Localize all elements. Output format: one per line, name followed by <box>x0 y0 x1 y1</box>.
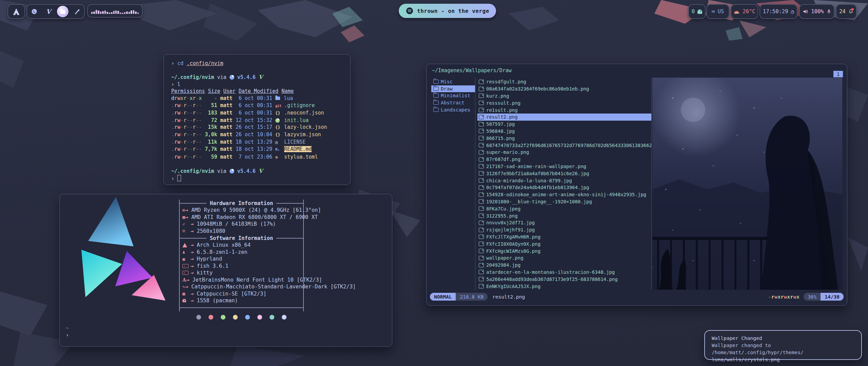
notifications-widget[interactable]: 24 <box>836 4 857 19</box>
vim-icon: V <box>46 8 51 15</box>
file-list-item[interactable]: 587597.jpg <box>477 121 651 128</box>
active-app-highlight <box>57 6 68 17</box>
app-launcher-button[interactable] <box>7 4 25 19</box>
file-list-item[interactable]: kurz.png <box>477 93 651 100</box>
file-list-item[interactable]: 154928-odinokoe_anime-art-anime-okno-sin… <box>477 191 651 198</box>
gpu-icon: ▦ <box>182 215 185 220</box>
file-list-item[interactable]: FXfcHgcWIAMzs0G.png <box>477 247 651 255</box>
file-list-item[interactable]: ressdfgult.png <box>477 78 651 85</box>
file-list-item[interactable]: 3122955.png <box>477 212 651 219</box>
weather-widget[interactable]: 26°C <box>731 4 758 19</box>
music-player-widget[interactable]: thrown - on the verge <box>399 4 496 18</box>
file-list-item[interactable]: 3126f7e9bbf21a8a4af0b67b041c6e26.jpg <box>477 170 651 177</box>
sidebar-item-draw[interactable]: Draw <box>431 85 475 93</box>
ls-header-row: Permissions Size User Date Modified Name <box>171 88 350 95</box>
image-file-icon <box>479 221 484 225</box>
file-list-item[interactable]: FXfcJlTXgAMvH6R.png <box>477 233 651 241</box>
folder-open-icon <box>433 87 439 91</box>
file-name: lazy-lock.json <box>284 124 327 130</box>
command-arg: .config/nvim <box>186 60 223 66</box>
lua-icon <box>230 169 234 174</box>
file-list-item[interactable]: 0c794faf07de24a4db4d4fb1eb813964.jpg <box>477 184 651 191</box>
sidebar-item-minimalist[interactable]: Minimalist <box>431 92 475 99</box>
now-playing-title: thrown - on the verge <box>417 8 489 14</box>
image-file-icon <box>479 122 484 126</box>
file-list-item[interactable]: FXfcII0X0AQyn9X.png <box>477 240 651 247</box>
clock-widget[interactable]: 17:50:29 ◷ <box>760 4 797 19</box>
dock-paint-button[interactable] <box>71 5 83 18</box>
visualizer-bar <box>131 11 132 14</box>
keyboard-layout-widget[interactable]: ⌨ US <box>706 4 729 19</box>
lua-icon <box>230 75 234 80</box>
file-list-item[interactable]: 08a634fa02a32364f69ebc86a98eb1eb.png <box>477 85 651 93</box>
fetch-info-line: ▭→10948MiB / 64183MiB (17%) <box>180 221 303 228</box>
dock-vim-button[interactable]: V <box>42 5 55 18</box>
rainbow-icon <box>733 9 740 14</box>
file-list-item[interactable]: re1sult.png <box>477 106 651 114</box>
visualizer-bar <box>122 13 123 14</box>
selected-filename: result2.png <box>492 294 525 300</box>
file-list-item[interactable]: 217167-sad-anime-rain-wallpaper.png <box>477 163 651 170</box>
fetch-info-line: ▦→Catppuccin-SE [GTK2/3] <box>180 290 303 298</box>
updates-widget[interactable]: 0 <box>688 4 706 19</box>
prompt-line: ~/.config/nvim via v5.4.6 V <box>171 74 350 81</box>
packages-icon <box>182 299 191 302</box>
json-file-icon: {} <box>275 110 281 117</box>
sidebar-item-misc[interactable]: Misc <box>431 78 475 85</box>
notification-popup[interactable]: Wallpaper Changed Wallpaper changed to /… <box>704 330 862 360</box>
image-file-icon <box>479 171 484 176</box>
file-list-item[interactable]: super-mario.png <box>477 149 651 156</box>
file-list-item[interactable]: 8FKa7Cu.jpeg <box>477 205 651 212</box>
file-list-item[interactable]: chica-mirando-la-luna-8799.jpg <box>477 177 651 184</box>
dock-files-button[interactable] <box>57 5 69 18</box>
sidebar-item-abstract[interactable]: Abstract <box>431 99 475 106</box>
image-file-icon <box>479 178 484 183</box>
file-list-item[interactable]: 5a266e448add93deab367d87173e9f25-6837886… <box>477 276 651 283</box>
file-list: ressdfgult.png08a634fa02a32364f69ebc86a9… <box>477 78 651 290</box>
ls-row: .rw-r--r-- 59 matt 7 oct 23:06 ⚙ stylua.… <box>171 154 350 161</box>
file-list-item[interactable]: 19201080-__blue-tinge__-1920×1080.jpg <box>477 198 651 205</box>
visualizer-bar <box>106 12 108 14</box>
file-list-item[interactable]: 68747470733a2f2f696d616765732d7769786d70… <box>477 142 651 149</box>
notification-body: Wallpaper changed to /home/matt/.config/… <box>712 342 854 356</box>
file-list-item[interactable]: atardecer-en-la-montanas-ilustracion-634… <box>477 269 651 276</box>
icons-icon: ▦ <box>182 291 191 296</box>
visualizer-bar <box>96 10 97 14</box>
file-list-item[interactable]: 866715.png <box>477 135 651 142</box>
file-list-item[interactable]: 87r687df.png <box>477 156 651 163</box>
fetch-window: Hardware Information ⊞→AMD Ryzen 9 5900X… <box>59 194 392 347</box>
visualizer-bar <box>93 12 95 14</box>
image-file-icon <box>479 185 484 190</box>
ls-row: .rw-r--r-- 15k matt 26 oct 15:17 {} lazy… <box>171 124 350 131</box>
mode-badge: NORMAL <box>430 293 456 301</box>
file-list-item[interactable]: result2.png <box>477 114 651 121</box>
image-file-icon <box>479 192 484 197</box>
file-list-item[interactable]: wallpaper.png <box>477 255 651 262</box>
file-list-item[interactable]: 20492984.jpg <box>477 262 651 269</box>
file-list-item[interactable]: resssult.png <box>477 99 651 106</box>
notification-title: Wallpaper Changed <box>712 335 854 342</box>
dock-firefox-button[interactable] <box>28 5 40 18</box>
tab-badge[interactable]: 1 <box>833 71 843 77</box>
sidebar-item-landscapes[interactable]: Landscapes <box>431 106 475 113</box>
file-list-item[interactable]: 596848.jpg <box>477 128 651 135</box>
terminal-cursor-line[interactable]: › <box>171 175 350 182</box>
file-permissions: -rwxrwxrwx <box>768 294 800 300</box>
file-list-item[interactable]: EeNKYgIUcAAJ5JX.png <box>477 283 651 290</box>
image-file-icon <box>479 150 484 155</box>
terminal-window: › cd .config/nvim ~/.config/nvim via v5.… <box>163 54 351 185</box>
file-name: .gitignore <box>284 102 315 108</box>
audio-visualizer <box>87 4 143 18</box>
file-manager-window: ~/Imagenes/Wallpapers/Draw 1 MiscDrawMin… <box>426 64 847 306</box>
audio-widget[interactable]: 100% <box>799 4 834 19</box>
file-list-item[interactable]: nnvuv0xj2df71.jpg <box>477 219 651 226</box>
visualizer-bar <box>124 12 125 14</box>
fetch-prompt[interactable]: ~ › <box>66 325 69 339</box>
command-cd: cd <box>177 60 183 66</box>
file-name: init.lua <box>284 117 309 123</box>
memory-icon: ▭ <box>182 222 191 226</box>
ls-row: .rw-r--r-- 72 matt 12 oct 15:32 init.lua <box>171 117 350 124</box>
file-list-item[interactable]: rsjqojlmjhf91.jpg <box>477 226 651 233</box>
updates-count: 0 <box>692 8 695 15</box>
theme-icon: ✎ <box>182 284 185 289</box>
